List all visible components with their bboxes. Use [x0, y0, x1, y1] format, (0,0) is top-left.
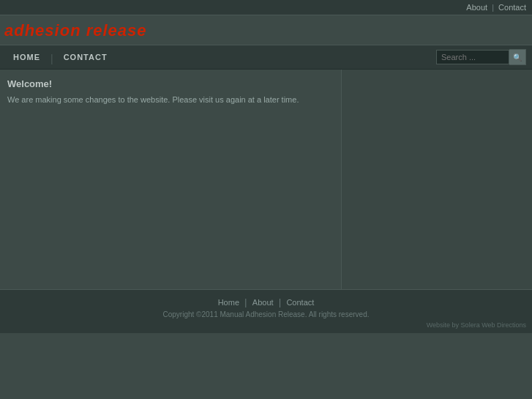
main-container: Welcome! We are making some changes to t…	[0, 70, 532, 289]
top-about-link[interactable]: About	[466, 3, 487, 12]
footer: Home | About | Contact Copyright ©2011 M…	[0, 289, 532, 333]
footer-sep-1: |	[244, 297, 247, 307]
footer-sep-2: |	[279, 297, 281, 307]
content-area: Welcome! We are making some changes to t…	[0, 70, 342, 289]
site-title[interactable]: adhesion release	[4, 21, 147, 40]
search-input[interactable]	[436, 50, 509, 64]
footer-links: Home | About | Contact	[0, 297, 532, 307]
top-separator: |	[492, 3, 494, 12]
top-contact-link[interactable]: Contact	[498, 3, 526, 12]
welcome-text: We are making some changes to the websit…	[7, 94, 334, 107]
search-area: 🔍	[436, 49, 526, 65]
nav-bar: HOME | CONTACT 🔍	[0, 45, 532, 70]
welcome-heading: Welcome!	[7, 78, 334, 89]
copyright-text: Copyright ©2011 Manual Adhesion Release.…	[0, 310, 532, 318]
nav-contact[interactable]: CONTACT	[53, 47, 118, 67]
sidebar	[342, 70, 532, 289]
header: adhesion release	[0, 15, 532, 45]
nav-home[interactable]: HOME	[3, 47, 50, 67]
footer-about-link[interactable]: About	[252, 298, 274, 307]
footer-home-link[interactable]: Home	[218, 298, 239, 307]
nav-items: HOME | CONTACT	[3, 47, 436, 67]
search-button[interactable]: 🔍	[509, 49, 526, 65]
credit-text: Website by Solera Web Directions	[0, 321, 532, 329]
footer-contact-link[interactable]: Contact	[286, 298, 314, 307]
top-bar: About | Contact	[0, 0, 532, 15]
